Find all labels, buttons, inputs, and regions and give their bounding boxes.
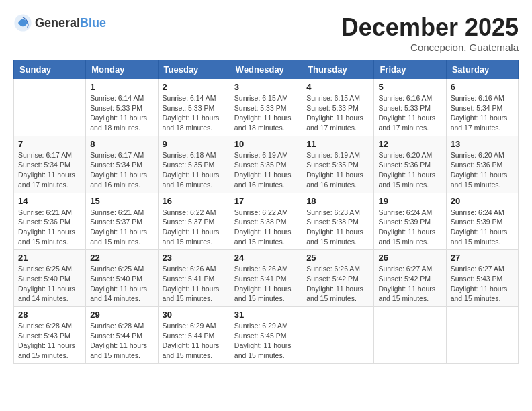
logo-general: General bbox=[35, 16, 80, 30]
day-info: Sunrise: 6:23 AM Sunset: 5:38 PM Dayligh… bbox=[306, 208, 369, 247]
day-number: 28 bbox=[18, 310, 81, 320]
calendar-cell: 11Sunrise: 6:19 AM Sunset: 5:35 PM Dayli… bbox=[302, 136, 374, 193]
calendar-cell: 26Sunrise: 6:27 AM Sunset: 5:42 PM Dayli… bbox=[374, 250, 446, 307]
day-info: Sunrise: 6:24 AM Sunset: 5:39 PM Dayligh… bbox=[451, 208, 514, 247]
day-info: Sunrise: 6:16 AM Sunset: 5:34 PM Dayligh… bbox=[451, 93, 514, 133]
day-number: 9 bbox=[163, 139, 226, 149]
calendar-cell: 19Sunrise: 6:24 AM Sunset: 5:39 PM Dayli… bbox=[374, 193, 446, 250]
calendar-cell: 20Sunrise: 6:24 AM Sunset: 5:39 PM Dayli… bbox=[446, 193, 518, 250]
day-number: 21 bbox=[18, 253, 81, 263]
location-subtitle: Concepcion, Guatemala bbox=[341, 42, 519, 53]
day-number: 11 bbox=[306, 139, 369, 149]
day-number: 23 bbox=[163, 253, 226, 263]
day-number: 5 bbox=[378, 82, 441, 92]
day-number: 18 bbox=[306, 196, 369, 206]
calendar-header-row: Sunday Monday Tuesday Wednesday Thursday… bbox=[14, 60, 519, 79]
calendar-cell: 18Sunrise: 6:23 AM Sunset: 5:38 PM Dayli… bbox=[302, 193, 374, 250]
calendar-cell bbox=[446, 307, 518, 364]
day-info: Sunrise: 6:22 AM Sunset: 5:37 PM Dayligh… bbox=[163, 208, 226, 247]
day-info: Sunrise: 6:15 AM Sunset: 5:33 PM Dayligh… bbox=[306, 93, 369, 133]
day-info: Sunrise: 6:22 AM Sunset: 5:38 PM Dayligh… bbox=[234, 208, 298, 247]
calendar-cell: 28Sunrise: 6:28 AM Sunset: 5:43 PM Dayli… bbox=[14, 307, 86, 364]
calendar-table: Sunday Monday Tuesday Wednesday Thursday… bbox=[13, 60, 519, 364]
day-number: 17 bbox=[234, 196, 298, 206]
calendar-cell: 17Sunrise: 6:22 AM Sunset: 5:38 PM Dayli… bbox=[230, 193, 302, 250]
calendar-cell: 23Sunrise: 6:26 AM Sunset: 5:41 PM Dayli… bbox=[158, 250, 230, 307]
calendar-cell: 7Sunrise: 6:17 AM Sunset: 5:34 PM Daylig… bbox=[14, 136, 86, 193]
day-info: Sunrise: 6:26 AM Sunset: 5:41 PM Dayligh… bbox=[234, 264, 298, 304]
calendar-cell: 6Sunrise: 6:16 AM Sunset: 5:34 PM Daylig… bbox=[446, 79, 518, 136]
day-info: Sunrise: 6:17 AM Sunset: 5:34 PM Dayligh… bbox=[90, 150, 153, 190]
day-number: 10 bbox=[234, 139, 298, 149]
day-info: Sunrise: 6:20 AM Sunset: 5:36 PM Dayligh… bbox=[378, 150, 441, 190]
day-info: Sunrise: 6:25 AM Sunset: 5:40 PM Dayligh… bbox=[90, 264, 153, 304]
day-number: 31 bbox=[234, 310, 298, 320]
calendar-cell: 21Sunrise: 6:25 AM Sunset: 5:40 PM Dayli… bbox=[14, 250, 86, 307]
calendar-cell: 30Sunrise: 6:29 AM Sunset: 5:44 PM Dayli… bbox=[158, 307, 230, 364]
day-number: 30 bbox=[163, 310, 226, 320]
day-info: Sunrise: 6:29 AM Sunset: 5:44 PM Dayligh… bbox=[163, 321, 226, 361]
calendar-cell bbox=[374, 307, 446, 364]
day-info: Sunrise: 6:19 AM Sunset: 5:35 PM Dayligh… bbox=[234, 150, 298, 190]
col-friday: Friday bbox=[374, 60, 446, 79]
calendar-cell: 25Sunrise: 6:26 AM Sunset: 5:42 PM Dayli… bbox=[302, 250, 374, 307]
day-info: Sunrise: 6:14 AM Sunset: 5:33 PM Dayligh… bbox=[163, 93, 226, 133]
day-number: 13 bbox=[451, 139, 514, 149]
calendar-cell: 24Sunrise: 6:26 AM Sunset: 5:41 PM Dayli… bbox=[230, 250, 302, 307]
day-info: Sunrise: 6:14 AM Sunset: 5:33 PM Dayligh… bbox=[90, 93, 153, 133]
week-row-2: 7Sunrise: 6:17 AM Sunset: 5:34 PM Daylig… bbox=[14, 136, 519, 193]
calendar-cell: 31Sunrise: 6:29 AM Sunset: 5:45 PM Dayli… bbox=[230, 307, 302, 364]
day-info: Sunrise: 6:28 AM Sunset: 5:44 PM Dayligh… bbox=[90, 321, 153, 361]
calendar-cell: 8Sunrise: 6:17 AM Sunset: 5:34 PM Daylig… bbox=[86, 136, 158, 193]
week-row-1: 1Sunrise: 6:14 AM Sunset: 5:33 PM Daylig… bbox=[14, 79, 519, 136]
calendar-cell: 15Sunrise: 6:21 AM Sunset: 5:37 PM Dayli… bbox=[86, 193, 158, 250]
calendar-cell bbox=[14, 79, 86, 136]
col-wednesday: Wednesday bbox=[230, 60, 302, 79]
day-number: 14 bbox=[18, 196, 81, 206]
day-info: Sunrise: 6:21 AM Sunset: 5:36 PM Dayligh… bbox=[18, 208, 81, 247]
day-number: 6 bbox=[451, 82, 514, 92]
day-number: 16 bbox=[163, 196, 226, 206]
calendar-cell: 29Sunrise: 6:28 AM Sunset: 5:44 PM Dayli… bbox=[86, 307, 158, 364]
day-info: Sunrise: 6:27 AM Sunset: 5:42 PM Dayligh… bbox=[378, 264, 441, 304]
week-row-4: 21Sunrise: 6:25 AM Sunset: 5:40 PM Dayli… bbox=[14, 250, 519, 307]
day-info: Sunrise: 6:15 AM Sunset: 5:33 PM Dayligh… bbox=[234, 93, 298, 133]
day-number: 26 bbox=[378, 253, 441, 263]
day-info: Sunrise: 6:20 AM Sunset: 5:36 PM Dayligh… bbox=[451, 150, 514, 190]
week-row-5: 28Sunrise: 6:28 AM Sunset: 5:43 PM Dayli… bbox=[14, 307, 519, 364]
day-number: 20 bbox=[451, 196, 514, 206]
logo-text: GeneralBlue bbox=[35, 16, 106, 30]
day-info: Sunrise: 6:26 AM Sunset: 5:42 PM Dayligh… bbox=[306, 264, 369, 304]
title-section: December 2025 Concepcion, Guatemala bbox=[341, 13, 519, 53]
calendar-cell: 1Sunrise: 6:14 AM Sunset: 5:33 PM Daylig… bbox=[86, 79, 158, 136]
calendar-cell: 27Sunrise: 6:27 AM Sunset: 5:43 PM Dayli… bbox=[446, 250, 518, 307]
calendar-cell: 2Sunrise: 6:14 AM Sunset: 5:33 PM Daylig… bbox=[158, 79, 230, 136]
day-number: 3 bbox=[234, 82, 298, 92]
day-number: 2 bbox=[163, 82, 226, 92]
month-year-title: December 2025 bbox=[341, 13, 519, 42]
logo-icon bbox=[13, 13, 32, 32]
day-info: Sunrise: 6:17 AM Sunset: 5:34 PM Dayligh… bbox=[18, 150, 81, 190]
calendar-cell: 12Sunrise: 6:20 AM Sunset: 5:36 PM Dayli… bbox=[374, 136, 446, 193]
logo: GeneralBlue bbox=[13, 13, 106, 32]
page-header: GeneralBlue December 2025 Concepcion, Gu… bbox=[13, 13, 519, 53]
day-info: Sunrise: 6:28 AM Sunset: 5:43 PM Dayligh… bbox=[18, 321, 81, 361]
day-number: 7 bbox=[18, 139, 81, 149]
calendar-cell: 13Sunrise: 6:20 AM Sunset: 5:36 PM Dayli… bbox=[446, 136, 518, 193]
col-tuesday: Tuesday bbox=[158, 60, 230, 79]
col-sunday: Sunday bbox=[14, 60, 86, 79]
day-number: 15 bbox=[90, 196, 153, 206]
day-number: 19 bbox=[378, 196, 441, 206]
calendar-cell: 16Sunrise: 6:22 AM Sunset: 5:37 PM Dayli… bbox=[158, 193, 230, 250]
logo-blue: Blue bbox=[80, 16, 106, 30]
day-info: Sunrise: 6:24 AM Sunset: 5:39 PM Dayligh… bbox=[378, 208, 441, 247]
day-info: Sunrise: 6:18 AM Sunset: 5:35 PM Dayligh… bbox=[163, 150, 226, 190]
day-number: 24 bbox=[234, 253, 298, 263]
col-thursday: Thursday bbox=[302, 60, 374, 79]
day-info: Sunrise: 6:26 AM Sunset: 5:41 PM Dayligh… bbox=[163, 264, 226, 304]
calendar-cell: 22Sunrise: 6:25 AM Sunset: 5:40 PM Dayli… bbox=[86, 250, 158, 307]
calendar-cell: 10Sunrise: 6:19 AM Sunset: 5:35 PM Dayli… bbox=[230, 136, 302, 193]
day-number: 8 bbox=[90, 139, 153, 149]
day-number: 27 bbox=[451, 253, 514, 263]
day-info: Sunrise: 6:29 AM Sunset: 5:45 PM Dayligh… bbox=[234, 321, 298, 361]
